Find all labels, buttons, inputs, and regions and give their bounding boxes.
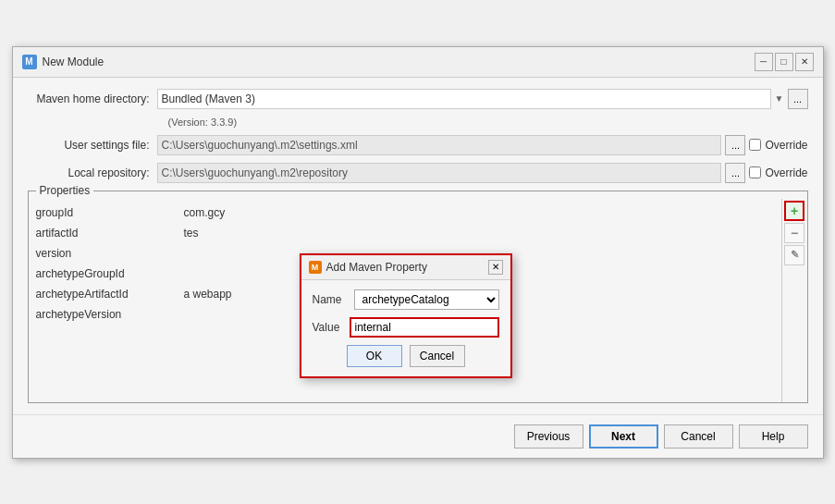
properties-body: groupId com.gcy artifactId tes version	[29, 199, 807, 402]
user-settings-row: User settings file: ... Override	[28, 135, 808, 155]
local-repo-field-group: ... Override	[157, 163, 808, 183]
edit-property-button[interactable]: ✎	[784, 245, 804, 265]
maven-home-label: Maven home directory:	[28, 92, 157, 105]
cancel-button[interactable]: Cancel	[664, 424, 733, 449]
maven-version-text: (Version: 3.3.9)	[165, 117, 808, 128]
window-title: New Module	[43, 55, 104, 68]
user-settings-label: User settings file:	[28, 139, 157, 152]
properties-list: groupId com.gcy artifactId tes version	[29, 199, 781, 402]
prop-key: archetypeArtifactId	[36, 288, 184, 301]
minimize-button[interactable]: ─	[755, 53, 773, 71]
table-row: archetypeVersion	[29, 304, 781, 325]
dialog-cancel-button[interactable]: Cancel	[410, 345, 465, 367]
prop-key: version	[36, 247, 184, 260]
user-settings-input[interactable]	[157, 135, 722, 155]
main-wrap: Maven home directory: ▼ ... (Version: 3.…	[13, 78, 823, 458]
main-window: M New Module ─ □ ✕ Maven home directory:…	[12, 46, 824, 459]
user-settings-browse-button[interactable]: ...	[725, 135, 745, 155]
prop-value: com.gcy	[184, 206, 774, 219]
properties-legend: Properties	[36, 184, 94, 197]
table-row: groupId com.gcy	[29, 203, 781, 223]
remove-property-button[interactable]: −	[784, 223, 804, 243]
table-row: version	[29, 243, 781, 264]
properties-sidebar: + − ✎	[781, 199, 807, 402]
local-repo-row: Local repository: ... Override	[28, 163, 808, 183]
local-repo-browse-button[interactable]: ...	[725, 163, 745, 183]
footer-buttons: Previous Next Cancel Help	[13, 414, 823, 458]
next-button[interactable]: Next	[589, 424, 658, 449]
local-repo-override-label: Override	[749, 166, 807, 179]
prop-value: a webapp	[184, 288, 774, 301]
table-row: archetypeArtifactId a webapp	[29, 284, 781, 304]
dialog-close-button[interactable]: ✕	[488, 260, 503, 275]
help-button[interactable]: Help	[739, 424, 808, 449]
properties-section: Properties groupId com.gcy artifactId te…	[28, 191, 808, 403]
maven-home-dropdown-icon: ▼	[775, 93, 784, 104]
prop-key: archetypeGroupId	[36, 267, 184, 280]
user-settings-override-checkbox[interactable]	[749, 139, 761, 151]
user-settings-override-label: Override	[749, 139, 807, 152]
local-repo-label: Local repository:	[28, 166, 157, 179]
maven-home-input[interactable]	[157, 89, 771, 109]
close-button[interactable]: ✕	[795, 53, 814, 71]
maven-home-row: Maven home directory: ▼ ...	[28, 89, 808, 109]
title-bar: M New Module ─ □ ✕	[13, 47, 823, 78]
table-row: artifactId tes	[29, 223, 781, 243]
prop-key: groupId	[36, 206, 184, 219]
prop-value: tes	[184, 227, 774, 240]
maven-home-field-group: ▼ ...	[157, 89, 808, 109]
table-row: archetypeGroupId	[29, 264, 781, 284]
prop-key: artifactId	[36, 227, 184, 240]
dialog-ok-button[interactable]: OK	[347, 345, 402, 367]
title-controls: ─ □ ✕	[755, 53, 814, 71]
previous-button[interactable]: Previous	[514, 424, 583, 449]
user-settings-field-group: ... Override	[157, 135, 808, 155]
maven-home-browse-button[interactable]: ...	[788, 89, 808, 109]
local-repo-input[interactable]	[157, 163, 722, 183]
prop-key: archetypeVersion	[36, 308, 184, 321]
maximize-button[interactable]: □	[775, 53, 793, 71]
local-repo-override-checkbox[interactable]	[749, 166, 761, 178]
title-bar-left: M New Module	[22, 55, 104, 69]
add-property-button[interactable]: +	[784, 201, 804, 221]
properties-empty-space	[29, 325, 781, 399]
window-icon: M	[22, 55, 37, 69]
